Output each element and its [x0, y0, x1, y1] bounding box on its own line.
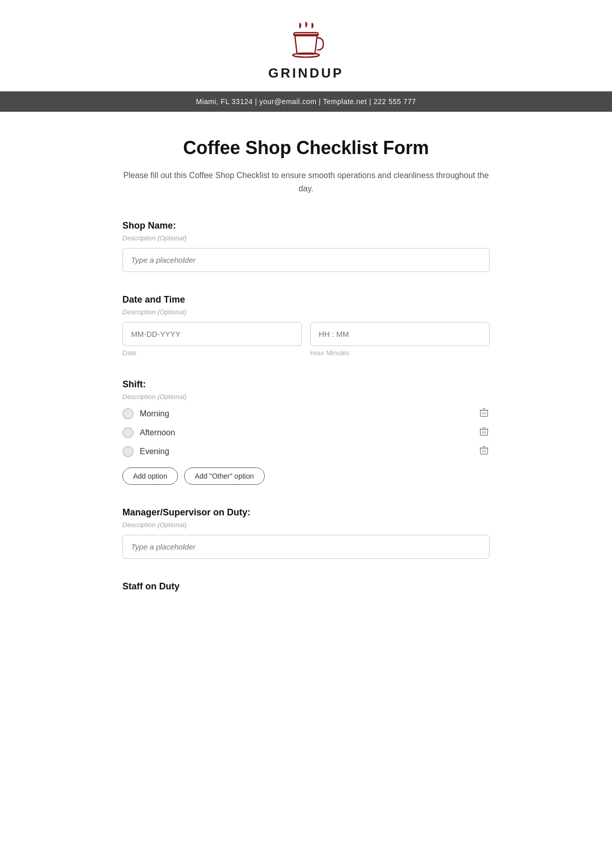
svg-rect-10 [480, 429, 488, 435]
delete-morning-icon[interactable] [478, 407, 490, 420]
info-bar: Miami, FL 33124 | your@email.com | Templ… [0, 91, 612, 112]
shift-evening-label: Evening [140, 447, 169, 456]
delete-afternoon-icon[interactable] [478, 426, 490, 439]
date-time-description: Description (Optional) [122, 308, 490, 316]
date-col: Date [122, 322, 302, 357]
manager-label: Manager/Supervisor on Duty: [122, 507, 490, 518]
add-other-option-button[interactable]: Add "Other" option [184, 467, 265, 485]
shop-name-section: Shop Name: Description (Optional) [122, 220, 490, 272]
svg-rect-15 [480, 448, 488, 454]
manager-section: Manager/Supervisor on Duty: Description … [122, 507, 490, 559]
radio-evening[interactable] [122, 446, 134, 457]
shift-option-evening: Evening [122, 444, 490, 458]
delete-evening-icon[interactable] [478, 444, 490, 458]
date-time-label: Date and Time [122, 294, 490, 305]
time-col: Hour Minutes [310, 322, 490, 357]
add-option-row: Add option Add "Other" option [122, 467, 490, 485]
shift-afternoon-label: Afternoon [140, 428, 175, 437]
brand-name: GRINDUP [268, 65, 344, 81]
shift-description: Description (Optional) [122, 393, 490, 401]
svg-point-4 [293, 53, 319, 57]
radio-morning[interactable] [122, 408, 134, 419]
shop-name-label: Shop Name: [122, 220, 490, 231]
radio-afternoon[interactable] [122, 427, 134, 438]
time-sublabel: Hour Minutes [310, 349, 490, 357]
shift-option-morning: Morning [122, 407, 490, 420]
shop-name-input[interactable] [122, 248, 490, 272]
staff-label: Staff on Duty [122, 581, 490, 592]
manager-description: Description (Optional) [122, 521, 490, 529]
page-header: GRINDUP [0, 0, 612, 91]
staff-section: Staff on Duty [122, 581, 490, 592]
main-content: Coffee Shop Checklist Form Please fill o… [112, 112, 500, 645]
shift-section: Shift: Description (Optional) Morning [122, 379, 490, 485]
date-sublabel: Date [122, 349, 302, 357]
shop-name-description: Description (Optional) [122, 234, 490, 242]
shift-option-afternoon: Afternoon [122, 426, 490, 439]
manager-input[interactable] [122, 535, 490, 559]
logo-icon [286, 20, 326, 61]
svg-rect-5 [480, 410, 488, 416]
date-time-section: Date and Time Description (Optional) Dat… [122, 294, 490, 357]
date-time-row: Date Hour Minutes [122, 322, 490, 357]
form-description: Please fill out this Coffee Shop Checkli… [122, 169, 490, 195]
shift-morning-label: Morning [140, 409, 169, 418]
time-input[interactable] [310, 322, 490, 346]
shift-label: Shift: [122, 379, 490, 390]
add-option-button[interactable]: Add option [122, 467, 178, 485]
date-input[interactable] [122, 322, 302, 346]
form-title: Coffee Shop Checklist Form [122, 137, 490, 159]
